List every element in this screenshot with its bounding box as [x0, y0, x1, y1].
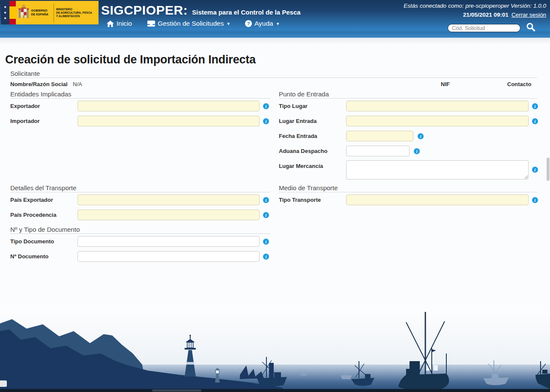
home-icon — [107, 21, 114, 27]
gobierno-text: GOBIERNO DE ESPAÑA — [31, 9, 52, 16]
ministry-logo-plate: GOBIERNO DE ESPAÑA MINISTERIO DE AGRICUL… — [16, 1, 99, 24]
info-icon[interactable]: i — [414, 148, 420, 154]
vertical-scrollbar-thumb[interactable] — [547, 158, 550, 181]
pais-exportador-input[interactable] — [78, 195, 260, 205]
logout-link[interactable]: Cerrar sesión — [511, 12, 546, 18]
divider — [10, 98, 270, 99]
nav-item-gestion-solicitudes[interactable]: Gestión de Solicitudes ▾ — [147, 20, 230, 27]
search-input[interactable] — [448, 24, 520, 32]
lugar-entrada-label: Lugar Entrada — [279, 118, 317, 124]
exportador-input[interactable] — [78, 101, 260, 111]
nav-item-inicio[interactable]: Inicio — [107, 20, 132, 27]
nombre-razon-social-value: N/A — [73, 81, 82, 87]
search-icon — [526, 22, 535, 32]
divider — [10, 192, 270, 192]
inbox-icon — [147, 21, 155, 27]
info-icon[interactable]: i — [532, 118, 538, 124]
session-datetime: 21/05/2021 09:01 — [463, 12, 508, 18]
divider — [10, 78, 537, 78]
section-medio-transporte: Medio de Transporte — [279, 184, 338, 192]
section-entidades-implicadas: Entidades Implicadas — [10, 90, 72, 98]
num-documento-input[interactable] — [78, 251, 260, 262]
gobierno-espana-logo[interactable]: ★ ★ ★ GOBIERNO DE ESPAÑA — [1, 1, 99, 24]
pais-procedencia-label: País Procedencia — [10, 212, 57, 218]
section-detalles-transporte: Detalles del Transporte — [10, 184, 76, 192]
exportador-label: Exportador — [10, 103, 40, 109]
harbor-silhouette-illustration — [0, 311, 550, 389]
chevron-down-icon: ▾ — [277, 21, 279, 27]
info-icon[interactable]: i — [263, 212, 269, 218]
horizontal-scrollbar-thumb[interactable] — [152, 389, 201, 392]
star-icon: ★ — [3, 6, 6, 9]
info-icon[interactable]: i — [263, 254, 269, 260]
app-title: SIGCPIOPER: — [101, 3, 188, 18]
info-icon[interactable]: i — [532, 103, 538, 109]
contacto-label: Contacto — [507, 81, 531, 87]
help-icon: ? — [245, 20, 252, 27]
nav-item-ayuda[interactable]: ? Ayuda ▾ — [245, 20, 279, 27]
aduana-despacho-input[interactable] — [346, 146, 410, 156]
page-title: Creación de solicitud de Importación Ind… — [5, 53, 256, 66]
nombre-razon-social-label: Nombre/Razón Social — [10, 81, 68, 87]
star-icon: ★ — [3, 17, 6, 20]
session-info: Estás conectado como: pre-scpioperoper V… — [404, 3, 546, 9]
info-icon[interactable]: i — [263, 239, 269, 245]
tipo-documento-label: Tipo Documento — [10, 238, 54, 245]
nif-label: NIF — [441, 81, 450, 87]
info-icon[interactable]: i — [532, 197, 538, 203]
search-button[interactable] — [526, 22, 536, 33]
lugar-mercancia-label: Lugar Mercancía — [279, 163, 323, 169]
aduana-despacho-label: Aduana Despacho — [279, 148, 327, 154]
divider — [279, 98, 537, 99]
horizontal-scrollbar-track[interactable] — [0, 389, 550, 392]
tipo-transporte-input[interactable] — [346, 195, 529, 205]
chevron-down-icon: ▾ — [227, 21, 230, 27]
coat-of-arms-icon — [18, 3, 30, 23]
app-subtitle: Sistema para el Control de la Pesca — [192, 9, 300, 16]
section-punto-entrada: Punto de Entrada — [279, 90, 329, 98]
section-solicitante: Solicitante — [10, 70, 40, 77]
info-icon[interactable]: i — [263, 197, 269, 203]
app-header: ★ ★ ★ GOBIERNO DE ESPAÑA — [0, 0, 550, 38]
pais-exportador-label: País Exportador — [10, 197, 53, 203]
fecha-entrada-label: Fecha Entrada — [279, 133, 317, 139]
lugar-mercancia-textarea[interactable] — [346, 160, 529, 180]
bottom-left-artifact — [0, 380, 7, 387]
logo-stars-strip: ★ ★ ★ — [1, 1, 9, 24]
tipo-lugar-label: Tipo Lugar — [279, 103, 308, 109]
info-icon[interactable]: i — [418, 133, 424, 139]
svg-text:?: ? — [247, 21, 250, 26]
info-icon[interactable]: i — [263, 103, 269, 109]
info-icon[interactable]: i — [263, 118, 269, 124]
divider — [10, 233, 270, 234]
num-documento-label: Nº Documento — [10, 253, 48, 260]
fecha-entrada-input[interactable] — [346, 131, 413, 141]
ministerio-text: MINISTERIO DE AGRICULTURA, PESCA Y ALIME… — [56, 8, 97, 18]
lugar-entrada-input[interactable] — [346, 116, 529, 126]
logo-divider — [54, 3, 54, 22]
tipo-documento-input[interactable] — [78, 236, 260, 247]
divider — [279, 192, 537, 192]
main-nav: Inicio Gestión de Solicitudes ▾ ? Ayuda … — [107, 20, 279, 27]
importador-label: Importador — [10, 118, 40, 124]
pais-procedencia-input[interactable] — [78, 209, 260, 220]
info-icon[interactable]: i — [532, 167, 538, 173]
app-title-block: SIGCPIOPER: Sistema para el Control de l… — [101, 3, 301, 18]
section-documento: Nº y Tipo de Documento — [10, 226, 80, 233]
tipo-transporte-label: Tipo Transporte — [279, 197, 321, 203]
tipo-lugar-input[interactable] — [346, 101, 529, 111]
spain-flag-icon — [9, 1, 16, 24]
importador-input[interactable] — [78, 116, 260, 126]
star-icon: ★ — [3, 11, 6, 15]
header-shadow — [0, 38, 550, 45]
